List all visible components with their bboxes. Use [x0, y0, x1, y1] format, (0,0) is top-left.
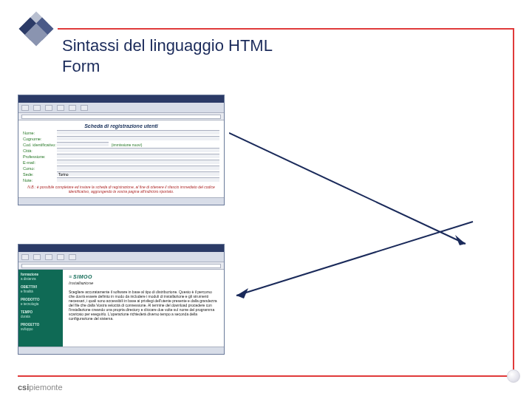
input-note — [57, 177, 219, 183]
side-item2-h: PRODOTTO — [21, 298, 61, 301]
input-email — [57, 160, 219, 165]
input-nome — [57, 130, 219, 135]
side-item2-s: e tecnologia — [21, 302, 61, 306]
screenshot-form-pane: Scheda di registrazione utenti Nome: Cog… — [18, 95, 225, 205]
side-item3-h: TEMPO — [21, 310, 61, 314]
label-sede: Sede: — [23, 172, 57, 177]
input-cod — [57, 142, 109, 147]
label-cod: Cod. identificativo: — [23, 143, 57, 147]
label-cognome: Cognome: — [23, 137, 57, 141]
input-citta — [57, 148, 219, 153]
svg-marker-3 — [236, 288, 248, 299]
frame-bottom-line — [18, 375, 514, 377]
label-note: Note: — [23, 178, 57, 183]
toolbar-button — [57, 105, 64, 111]
slide-title: Sintassi del linguaggio HTML Form — [62, 35, 273, 77]
window-titlebar — [18, 245, 224, 252]
toolbar-button — [21, 254, 29, 260]
frame-right-line — [513, 28, 514, 377]
title-line-2: Form — [62, 56, 273, 77]
footer-logo-rest: piemonte — [29, 383, 62, 392]
toolbar-button — [69, 105, 76, 111]
svg-line-2 — [236, 222, 473, 296]
label-professione: Professione: — [23, 154, 57, 159]
side-item1-s: e finalità — [21, 290, 61, 293]
side-s1: a distanza — [21, 277, 61, 281]
screenshot-install-pane: formazionea distanza OBIETTIVIe finalità… — [18, 244, 225, 355]
toolbar-button — [21, 105, 29, 111]
footer-logo: csipiemonte — [18, 383, 63, 392]
toolbar-button — [45, 105, 52, 111]
toolbar-button — [33, 254, 41, 260]
hint-cod: (immissione nuovi) — [112, 143, 143, 147]
side-h1: formazione — [21, 273, 61, 276]
sidebar: formazionea distanza OBIETTIVIe finalità… — [18, 270, 63, 347]
title-line-1: Sintassi del linguaggio HTML — [62, 36, 273, 55]
toolbar-button — [33, 105, 41, 111]
product-logo-text: SIMOO — [73, 274, 92, 279]
status-bar — [18, 347, 224, 354]
select-sede: Torino — [57, 171, 219, 177]
slide-root: Sintassi del linguaggio HTML Form Scheda… — [0, 0, 532, 399]
form-heading: Scheda di registrazione utenti — [18, 123, 224, 129]
install-paragraph: Scegliere accuratamente il software in b… — [69, 290, 218, 321]
install-content: formazionea distanza OBIETTIVIe finalità… — [18, 270, 224, 347]
arrow-bottom — [229, 214, 480, 310]
install-main: ≡ SIMOO Installazione Scegliere accurata… — [63, 270, 224, 347]
address-bar — [18, 262, 224, 270]
browser-toolbar — [18, 103, 224, 113]
input-corso — [57, 166, 219, 171]
footer-logo-bold: csi — [18, 383, 29, 392]
frame-corner-circle — [507, 369, 520, 383]
address-field — [21, 115, 221, 119]
product-logo: ≡ SIMOO — [69, 274, 218, 279]
toolbar-button — [57, 254, 64, 260]
input-professione — [57, 154, 219, 159]
side-item4-s: sviluppo — [21, 327, 61, 331]
form-content: Scheda di registrazione utenti Nome: Cog… — [18, 120, 224, 197]
csi-logo-icon — [18, 9, 53, 44]
address-bar — [18, 113, 224, 120]
toolbar-button — [81, 105, 88, 111]
label-citta: Città: — [23, 149, 57, 153]
frame-top-line — [58, 28, 514, 30]
status-bar — [18, 197, 224, 205]
label-email: E-mail: — [23, 160, 57, 165]
side-item4-h: PROGETTO — [21, 323, 61, 327]
label-corso: Corso: — [23, 166, 57, 171]
install-subtitle: Installazione — [69, 281, 218, 285]
toolbar-button — [45, 254, 52, 260]
address-field — [21, 264, 221, 268]
side-item1-h: OBIETTIVI — [21, 285, 61, 289]
side-item3-s: durata — [21, 315, 61, 318]
browser-toolbar — [18, 252, 224, 262]
label-nome: Nome: — [23, 131, 57, 135]
window-titlebar — [18, 95, 224, 103]
toolbar-button — [69, 254, 76, 260]
input-cognome — [57, 136, 219, 141]
form-note-text: N.B.: è possibile completare ed inviare … — [18, 183, 224, 195]
